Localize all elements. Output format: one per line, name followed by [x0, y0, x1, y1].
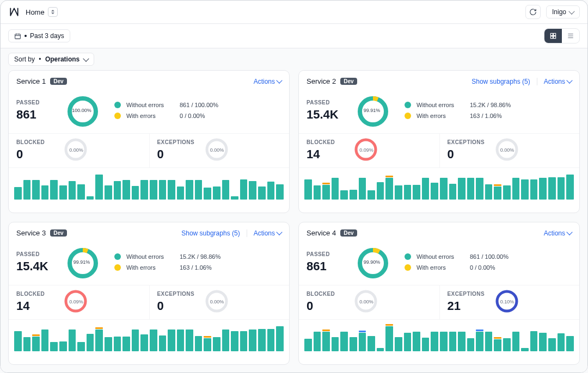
spark-bar — [240, 179, 248, 200]
actions-dropdown[interactable]: Actions — [254, 229, 281, 237]
spark-chart — [299, 320, 579, 356]
spark-bar — [195, 336, 203, 351]
exceptions-donut: 0.00% — [204, 137, 230, 163]
spark-bar — [367, 190, 375, 200]
blocked-donut: 0.00% — [63, 137, 89, 163]
blocked-value: 0 — [16, 147, 54, 161]
service-name: Service 4 — [307, 229, 336, 237]
spark-bar — [59, 341, 67, 351]
legend-dot-teal — [114, 253, 121, 260]
spark-bar — [449, 332, 457, 351]
svg-rect-4 — [554, 36, 556, 39]
spark-bar — [304, 179, 312, 200]
spark-bar — [431, 332, 438, 351]
spark-bar — [276, 184, 284, 200]
legend-dot-yellow — [114, 113, 121, 119]
blocked-donut: 0.09% — [353, 137, 379, 163]
spark-bar — [359, 331, 366, 352]
spark-bar — [249, 181, 256, 200]
service-card: Service 4 Dev Actions PASSED 861 — [298, 222, 580, 365]
actions-dropdown[interactable]: Actions — [544, 229, 572, 237]
exceptions-value: 0 — [157, 299, 195, 313]
spark-bar — [467, 338, 475, 351]
show-subgraphs-link[interactable]: Show subgraphs (5) — [471, 78, 537, 85]
legend-dot-yellow — [114, 264, 121, 271]
date-range-picker[interactable]: Past 3 days — [8, 29, 70, 42]
spark-bar — [340, 190, 348, 200]
passed-donut: 99.90% — [356, 246, 388, 278]
svg-rect-3 — [550, 36, 553, 39]
spark-bar — [566, 336, 574, 351]
spark-bar — [258, 186, 266, 200]
exceptions-pct: 0.10% — [494, 289, 520, 315]
spark-bar — [69, 181, 76, 200]
sort-dropdown[interactable]: Sort by • Operations — [8, 53, 94, 66]
actions-dropdown[interactable]: Actions — [254, 78, 281, 85]
spark-bar — [114, 181, 121, 200]
service-name: Service 2 — [307, 77, 336, 85]
spark-bar — [521, 348, 529, 351]
breadcrumb-home: Home — [26, 8, 45, 16]
chevron-down-icon — [566, 77, 572, 83]
env-badge: Dev — [340, 78, 357, 85]
passed-value: 15.4K — [307, 108, 345, 122]
spark-bar — [530, 179, 538, 200]
svg-rect-1 — [550, 33, 553, 35]
toolbar: Past 3 days — [1, 24, 587, 48]
passed-donut-pct: 99.90% — [356, 246, 388, 278]
blocked-value: 0 — [307, 299, 345, 313]
refresh-button[interactable] — [525, 5, 541, 19]
legend-without-errors: Without errors 15.2K / 98.86% — [405, 102, 572, 108]
spark-bar — [476, 330, 483, 351]
calendar-icon — [14, 33, 21, 40]
spark-bar — [385, 176, 393, 200]
spark-bar — [332, 178, 339, 200]
actions-dropdown[interactable]: Actions — [544, 78, 572, 85]
spark-bar — [150, 180, 157, 200]
grid-view-button[interactable] — [544, 29, 562, 43]
spark-bar — [95, 175, 103, 200]
spark-bar — [503, 185, 511, 200]
exceptions-donut: 0.00% — [204, 289, 230, 315]
passed-label: PASSED — [307, 100, 345, 105]
service-name: Service 3 — [16, 229, 46, 237]
exceptions-pct: 0.00% — [494, 137, 520, 163]
chevron-down-icon — [566, 229, 572, 235]
legend-without-errors: Without errors 15.2K / 98.86% — [114, 253, 281, 260]
sort-prefix: Sort by — [14, 55, 35, 63]
spark-bar — [77, 184, 85, 200]
spark-bar — [458, 332, 465, 351]
grid-icon — [549, 32, 557, 40]
spark-bar — [440, 178, 448, 200]
spark-bar — [87, 334, 94, 351]
svg-rect-2 — [554, 33, 556, 35]
service-card: Service 3 Dev Show subgraphs (5) Actions… — [8, 222, 290, 365]
spark-bar — [367, 336, 375, 351]
spark-bar — [385, 324, 393, 351]
spark-bar — [114, 337, 121, 351]
breadcrumb-sort-icon — [48, 7, 58, 17]
blocked-pct: 0.00% — [63, 137, 89, 163]
list-view-button[interactable] — [562, 29, 579, 43]
spark-bar — [41, 330, 49, 351]
blocked-label: BLOCKED — [16, 139, 54, 145]
spark-bar — [95, 327, 103, 351]
legend-without-errors: Without errors 861 / 100.00% — [114, 102, 281, 108]
show-subgraphs-link[interactable]: Show subgraphs (5) — [181, 229, 247, 237]
chevron-down-icon — [83, 55, 89, 61]
spark-bar — [267, 329, 275, 351]
legend-with-errors: With errors 163 / 1.06% — [405, 113, 572, 119]
user-name: Inigo — [552, 8, 566, 16]
legend-dot-yellow — [405, 113, 411, 119]
user-menu[interactable]: Inigo — [546, 5, 580, 18]
spark-bar — [322, 330, 330, 351]
spark-bar — [77, 342, 85, 351]
spark-bar — [32, 180, 40, 200]
blocked-donut: 0.00% — [353, 289, 379, 315]
spark-bar — [41, 185, 49, 200]
spark-bar — [105, 185, 112, 200]
breadcrumb[interactable]: Home — [26, 7, 58, 17]
spark-bar — [23, 337, 31, 351]
spark-bar — [195, 180, 203, 200]
passed-label: PASSED — [16, 251, 54, 257]
